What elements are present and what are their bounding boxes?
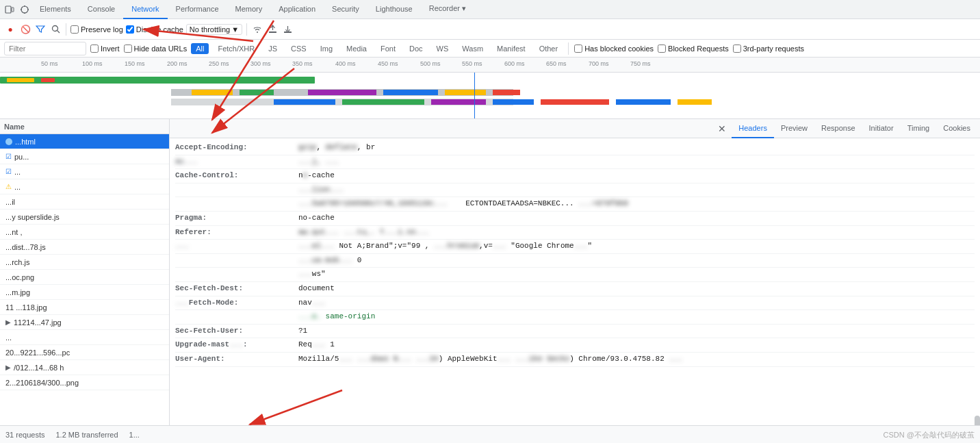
- filter-chip-manifest[interactable]: Manifest: [492, 43, 530, 54]
- filter-chip-css[interactable]: CSS: [286, 43, 311, 54]
- ruler-tick-700: 700 ms: [589, 60, 609, 67]
- header-row-user-agent: User-Agent: Mozilla/5... ...dows N... ..…: [175, 353, 975, 367]
- request-item-68h[interactable]: ▶ /012...14...68 h: [0, 360, 169, 375]
- export-har-icon[interactable]: [281, 23, 294, 36]
- invert-checkbox[interactable]: [90, 45, 99, 53]
- third-party-checkbox[interactable]: [733, 45, 741, 53]
- preserve-log-label[interactable]: Preserve log: [70, 25, 123, 34]
- throttle-select[interactable]: No throttling ▼: [186, 24, 242, 35]
- filter-icon[interactable]: [34, 23, 47, 36]
- main-area: Name ...html ☑ pu... ☑ ... ⚠ ... ...il: [0, 119, 980, 425]
- divider3: [568, 42, 569, 55]
- header-row-fetch-user: Sec-Fetch-User: ?1: [175, 325, 975, 339]
- filter-chip-fetch-xhr[interactable]: Fetch/XHR: [213, 43, 259, 54]
- details-content: Accept-Encoding: gzip, deflate, br Ac...…: [170, 138, 980, 425]
- preserve-log-checkbox[interactable]: [70, 25, 79, 34]
- request-item-superslide[interactable]: ...y superslide.js: [0, 210, 169, 225]
- tab-elements[interactable]: Elements: [31, 0, 79, 19]
- request-item-html[interactable]: ...html: [0, 134, 169, 149]
- header-row-referer: Referer: aw.qut... ...tu,. T...1.nn...: [175, 226, 975, 240]
- throttle-chevron-icon: ▼: [231, 25, 239, 34]
- detail-tab-response[interactable]: Response: [814, 119, 862, 138]
- inspect-icon[interactable]: [18, 3, 31, 16]
- ruler-tick-100: 100 ms: [82, 60, 103, 67]
- tab-performance[interactable]: Performance: [168, 0, 227, 19]
- tab-bar: Elements Console Network Performance Mem…: [0, 0, 980, 19]
- hide-data-urls-label[interactable]: Hide data URLs: [124, 45, 188, 53]
- detail-tab-cookies[interactable]: Cookies: [936, 119, 977, 138]
- blocked-requests-checkbox[interactable]: [658, 45, 666, 53]
- request-item-nt[interactable]: ...nt ,: [0, 225, 169, 240]
- disable-cache-checkbox[interactable]: [126, 25, 134, 34]
- svg-rect-1: [12, 8, 14, 12]
- hide-data-urls-checkbox[interactable]: [124, 45, 132, 53]
- tab-network[interactable]: Network: [123, 0, 167, 19]
- tab-security[interactable]: Security: [324, 0, 368, 19]
- request-item-rch[interactable]: ...rch.js: [0, 255, 169, 270]
- filter-chip-other[interactable]: Other: [534, 43, 563, 54]
- svg-line-8: [57, 31, 60, 34]
- tab-memory[interactable]: Memory: [227, 0, 271, 19]
- filter-chip-all[interactable]: All: [191, 43, 209, 54]
- request-item-dist78[interactable]: ...dist...78.js: [0, 240, 169, 255]
- wf-bar-green3: [342, 99, 424, 105]
- header-row-platform: ...ws": [175, 268, 975, 282]
- detail-tab-initiator[interactable]: Initiator: [862, 119, 901, 138]
- timeline-cursor: [474, 73, 475, 118]
- ruler-tick-550: 550 ms: [462, 60, 482, 67]
- waterfall-row-2: [171, 89, 980, 97]
- filter-chip-js[interactable]: JS: [263, 43, 282, 54]
- request-item-4[interactable]: ⚠ ...: [0, 179, 169, 194]
- disable-cache-label[interactable]: Disable cache: [126, 25, 183, 34]
- has-blocked-cookies-label[interactable]: Has blocked cookies: [574, 45, 654, 53]
- record-button[interactable]: ●: [4, 23, 16, 36]
- request-item-47jpg[interactable]: ▶ 11214...47.jpg: [0, 315, 169, 330]
- header-row-sec-fetch-dest: Sec-Fetch-Dest: document: [175, 282, 975, 296]
- invert-checkbox-label[interactable]: Invert: [90, 45, 120, 53]
- request-item-118jpg[interactable]: 11 ...118.jpg: [0, 300, 169, 315]
- svg-rect-10: [269, 31, 276, 33]
- svg-point-9: [257, 31, 258, 33]
- wf-bar-orange4: [678, 99, 712, 105]
- clear-button[interactable]: 🚫: [19, 23, 31, 36]
- request-item-5[interactable]: ...il: [0, 194, 169, 210]
- device-toolbar-icon[interactable]: [3, 3, 16, 16]
- tab-console[interactable]: Console: [79, 0, 123, 19]
- network-conditions-icon[interactable]: [251, 23, 263, 36]
- request-item-596pc[interactable]: 20...9221...596...pc: [0, 345, 169, 360]
- blocked-requests-label[interactable]: Blocked Requests: [658, 45, 729, 53]
- tab-application[interactable]: Application: [270, 0, 324, 19]
- third-party-label[interactable]: 3rd-party requests: [733, 45, 804, 53]
- wf-bar-orange-3: [445, 90, 486, 95]
- ruler-tick-650: 650 ms: [546, 60, 567, 67]
- request-item-m-jpg[interactable]: ...m.jpg: [0, 285, 169, 300]
- request-item-2[interactable]: ☑ pu...: [0, 149, 169, 164]
- import-har-icon[interactable]: [266, 23, 279, 36]
- filter-chip-doc[interactable]: Doc: [404, 43, 428, 54]
- request-item-3[interactable]: ☑ ...: [0, 164, 169, 179]
- close-details-button[interactable]: ✕: [715, 122, 729, 136]
- status-bar: 31 requests 1.2 MB transferred 1... CSDN…: [0, 425, 980, 443]
- svg-rect-11: [284, 31, 292, 33]
- tab-recorder[interactable]: Recorder ▾: [421, 0, 474, 19]
- filter-chip-media[interactable]: Media: [341, 43, 372, 54]
- header-row-ac: Ac... ...j, ...: [175, 155, 975, 170]
- detail-tab-timing[interactable]: Timing: [901, 119, 937, 138]
- request-item-blank[interactable]: ...: [0, 330, 169, 345]
- filter-chip-ws[interactable]: WS: [432, 43, 454, 54]
- header-row-blank1: ...lion...: [175, 183, 975, 198]
- detail-tab-preview[interactable]: Preview: [774, 119, 814, 138]
- wf-bar-red-1: [41, 78, 55, 82]
- tab-lighthouse[interactable]: Lighthouse: [368, 0, 421, 19]
- request-item-oc-png[interactable]: ...oc.png: [0, 270, 169, 285]
- request-item-300png[interactable]: 2...2106184/300...png: [0, 375, 169, 390]
- ruler-tick-200: 200 ms: [167, 60, 188, 67]
- filter-input[interactable]: [4, 42, 86, 55]
- search-icon[interactable]: [49, 23, 62, 36]
- waterfall-row-3: [171, 99, 980, 107]
- has-blocked-cookies-checkbox[interactable]: [574, 45, 582, 53]
- detail-tab-headers[interactable]: Headers: [732, 119, 774, 138]
- filter-chip-wasm[interactable]: Wasm: [457, 43, 488, 54]
- filter-chip-font[interactable]: Font: [376, 43, 400, 54]
- filter-chip-img[interactable]: Img: [315, 43, 337, 54]
